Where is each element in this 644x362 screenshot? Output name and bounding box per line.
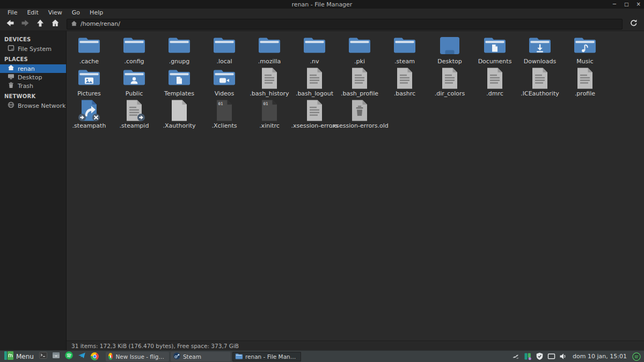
folder-icon xyxy=(348,34,371,58)
file-label: .bashrc xyxy=(394,90,415,97)
file-item[interactable]: .steam xyxy=(382,34,427,67)
display-icon[interactable] xyxy=(547,352,555,360)
file-item[interactable]: Public xyxy=(112,67,157,99)
taskbar-window-file-manager[interactable]: renan - File Manager xyxy=(232,352,301,361)
forward-button[interactable] xyxy=(18,18,32,30)
file-item[interactable]: .gnupg xyxy=(157,34,202,67)
file-item[interactable]: .bash_history xyxy=(247,67,292,99)
file-label: .xsession-errors.old xyxy=(331,122,388,129)
file-item[interactable]: Videos xyxy=(202,67,247,99)
path-field[interactable]: /home/renan/ xyxy=(67,19,623,29)
file-item[interactable]: .ICEauthority xyxy=(517,67,562,99)
back-button[interactable] xyxy=(3,18,17,30)
taskbar-window-chrome[interactable]: New Issue - flightlessman... xyxy=(106,352,169,361)
file-item[interactable]: .bash_logout xyxy=(292,67,337,99)
file-item[interactable]: Pictures xyxy=(67,67,112,99)
svg-text:01: 01 xyxy=(218,101,223,106)
file-item[interactable]: Templates xyxy=(157,67,202,99)
file-label: .dmrc xyxy=(486,90,503,97)
file-item[interactable]: .Xauthority xyxy=(157,99,202,131)
mint-logo-icon xyxy=(4,351,13,362)
file-grid[interactable]: .cache.config.gnupg.local.mozilla.nv.pki… xyxy=(67,31,644,341)
file-item[interactable]: .bashrc xyxy=(382,67,427,99)
menu-edit[interactable]: Edit xyxy=(23,9,42,17)
telegram-launcher[interactable] xyxy=(77,351,87,362)
file-item[interactable]: .bash_profile xyxy=(337,67,382,99)
sidebar-item-browse-network[interactable]: Browse Network xyxy=(0,101,66,110)
files-launcher[interactable] xyxy=(51,351,62,362)
sidebar-item-desktop[interactable]: Desktop xyxy=(0,73,66,82)
desktop-icon xyxy=(8,73,14,82)
sidebar-item-label: Browse Network xyxy=(18,102,65,109)
close-button[interactable]: × xyxy=(636,0,641,9)
network-icon xyxy=(8,101,14,110)
minimize-button[interactable]: − xyxy=(612,0,617,9)
drive-icon xyxy=(8,45,14,53)
maximize-button[interactable]: □ xyxy=(624,0,629,9)
file-item[interactable]: .local xyxy=(202,34,247,67)
file-label: Videos xyxy=(215,90,235,97)
window-titlebar[interactable]: renan - File Manager − □ × xyxy=(0,0,644,9)
sidebar-item-file-system[interactable]: File System xyxy=(0,45,66,53)
file-item[interactable]: .xsession-errors.old xyxy=(337,99,382,131)
file-item[interactable]: .steampid xyxy=(112,99,157,131)
menu-button[interactable]: Menu xyxy=(2,351,36,362)
home-button[interactable] xyxy=(48,18,62,30)
file-item[interactable]: .nv xyxy=(292,34,337,67)
path-home-icon xyxy=(71,19,77,29)
file-item[interactable]: Desktop xyxy=(427,34,472,67)
sidebar-item-label: File System xyxy=(18,46,52,53)
sidebar-item-label: Desktop xyxy=(18,74,42,81)
file-item[interactable]: 01.xinitrc xyxy=(247,99,292,131)
menu-help[interactable]: Help xyxy=(85,9,107,17)
show-desktop-button[interactable] xyxy=(38,351,49,362)
file-item[interactable]: Documents xyxy=(472,34,517,67)
spotify-tray-icon[interactable] xyxy=(632,352,641,361)
clock[interactable]: dom 10 jan, 15:01 xyxy=(573,353,627,360)
folder-image-icon xyxy=(77,67,101,90)
status-text: 31 items: 172,3 KiB (176.470 bytes), Fre… xyxy=(71,343,239,349)
file-item[interactable]: Music xyxy=(562,34,608,67)
shield-check-icon[interactable] xyxy=(536,352,544,360)
sidebar-header-places: PLACES xyxy=(0,53,66,64)
file-manager-icon xyxy=(235,351,243,361)
file-item[interactable]: 01.Xclients xyxy=(202,99,247,131)
file-label: .bash_history xyxy=(250,90,289,97)
folder-icon xyxy=(303,34,326,58)
up-button[interactable] xyxy=(33,18,47,30)
folder-icon xyxy=(258,34,281,58)
spotify-launcher[interactable] xyxy=(64,351,75,362)
folder-icon xyxy=(167,34,191,58)
file-item[interactable]: .steampath xyxy=(67,99,112,131)
file-item[interactable]: .dir_colors xyxy=(427,67,472,99)
menu-view[interactable]: View xyxy=(44,9,67,17)
workspaces-icon[interactable] xyxy=(524,352,532,360)
file-label: Desktop xyxy=(437,58,462,65)
sidebar: DEVICES File System PLACES renan Desktop… xyxy=(0,31,67,350)
file-item[interactable]: .config xyxy=(112,34,157,67)
file-item[interactable]: .profile xyxy=(562,67,608,99)
chrome-launcher[interactable] xyxy=(90,351,100,362)
file-label: .gnupg xyxy=(169,58,189,65)
sidebar-item-trash[interactable]: Trash xyxy=(0,82,66,90)
menu-file[interactable]: File xyxy=(3,9,21,17)
home-icon xyxy=(8,64,14,73)
dove-icon[interactable] xyxy=(512,352,520,360)
taskbar-window-steam[interactable]: Steam xyxy=(171,352,231,361)
reload-button[interactable] xyxy=(627,18,641,30)
file-label: .nv xyxy=(310,58,319,65)
doc-script-icon: 01 xyxy=(213,99,236,122)
doc-text-icon xyxy=(573,67,597,90)
file-item[interactable]: .pki xyxy=(337,34,382,67)
menu-go[interactable]: Go xyxy=(68,9,84,17)
file-item[interactable]: .cache xyxy=(67,34,112,67)
file-label: .steam xyxy=(394,58,415,65)
file-label: .xinitrc xyxy=(259,122,280,129)
volume-icon[interactable] xyxy=(559,352,567,360)
file-item[interactable]: Downloads xyxy=(517,34,562,67)
file-item[interactable]: .dmrc xyxy=(472,67,517,99)
menubar: File Edit View Go Help xyxy=(0,9,644,17)
sidebar-item-renan[interactable]: renan xyxy=(0,64,66,73)
doc-text-icon xyxy=(303,99,326,122)
file-item[interactable]: .mozilla xyxy=(247,34,292,67)
